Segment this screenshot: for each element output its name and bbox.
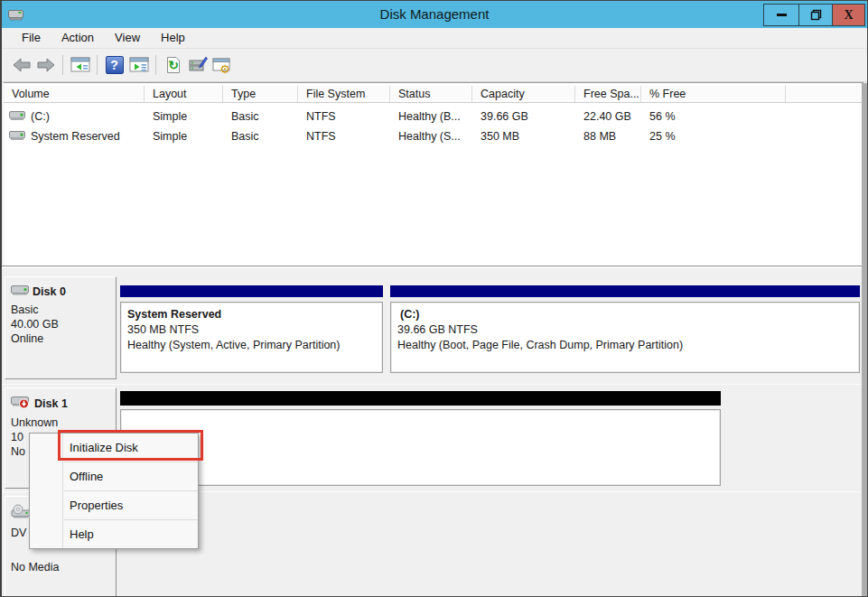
cell-filesystem: NTFS (298, 130, 390, 143)
menu-item-help[interactable]: Help (30, 520, 198, 548)
menu-bar: File Action View Help (2, 28, 867, 49)
manage-computer-button[interactable]: ⚙ (210, 53, 234, 77)
toolbar-separator (62, 55, 63, 75)
window-title: Disk Management (2, 1, 867, 28)
column-header-type[interactable]: Type (223, 86, 298, 102)
disk-management-window: Disk Management X File Action View Help (0, 0, 868, 597)
volume-list: Volume Layout Type File System Status Ca… (4, 82, 863, 266)
cdrom-media-status: No Media (11, 560, 116, 574)
disk-type: Basic (11, 303, 116, 317)
cell-status: Healthy (S... (390, 130, 472, 143)
menu-action[interactable]: Action (53, 29, 102, 47)
column-header-filesystem[interactable]: File System (298, 86, 390, 102)
column-header-layout[interactable]: Layout (145, 86, 223, 102)
cell-capacity: 350 MB (472, 130, 575, 143)
menu-item-properties[interactable]: Properties (30, 491, 198, 519)
disk-properties-icon (188, 56, 208, 74)
context-menu-gutter (62, 434, 63, 548)
help-button[interactable]: ? (102, 53, 126, 77)
restore-icon (810, 9, 822, 21)
drive-icon (9, 130, 25, 144)
restore-button[interactable] (798, 4, 833, 26)
volume-name: (C:) (31, 110, 50, 123)
column-header-volume[interactable]: Volume (4, 86, 145, 102)
column-header-freespace[interactable]: Free Spa... (575, 86, 641, 102)
column-header-blank[interactable] (786, 86, 863, 102)
menu-help[interactable]: Help (153, 29, 193, 47)
manage-computer-icon: ⚙ (212, 56, 232, 74)
cell-type: Basic (223, 110, 298, 123)
console-tree-button[interactable] (68, 53, 92, 77)
cell-capacity: 39.66 GB (472, 110, 575, 123)
toolbar-separator (97, 55, 98, 75)
menu-item-offline[interactable]: Offline (30, 462, 198, 490)
minimize-icon (777, 14, 787, 16)
disk-status: Online (11, 331, 116, 346)
column-header-capacity[interactable]: Capacity (472, 86, 575, 102)
disk0-header-cell[interactable]: Disk 0 Basic 40.00 GB Online (5, 276, 117, 379)
cell-freespace: 88 MB (575, 130, 641, 143)
unallocated-region[interactable] (120, 409, 721, 486)
table-row[interactable]: (C:) Simple Basic NTFS Healthy (B... 39.… (4, 107, 863, 126)
column-header-status[interactable]: Status (390, 86, 472, 102)
disk-type: Unknown (11, 415, 116, 430)
minimize-button[interactable] (763, 4, 799, 26)
disk-name: Disk 0 (33, 285, 66, 298)
partition-bar-c (390, 285, 860, 297)
cell-layout: Simple (145, 130, 223, 143)
close-button[interactable]: X (832, 4, 865, 26)
partition-health: Healthy (System, Active, Primary Partiti… (127, 338, 382, 353)
cell-percentfree: 25 % (641, 130, 786, 143)
partition-c[interactable]: (C:) 39.66 GB NTFS Healthy (Boot, Page F… (390, 302, 860, 373)
cell-freespace: 22.40 GB (575, 110, 641, 123)
back-button[interactable] (9, 53, 33, 77)
partition-title: System Reserved (127, 307, 382, 322)
console-window-icon (70, 57, 90, 73)
partition-size: 350 MB NTFS (127, 322, 382, 338)
menu-view[interactable]: View (107, 29, 148, 47)
partition-bar-system-reserved (120, 285, 383, 297)
row-divider (2, 384, 862, 385)
show-console-button[interactable] (126, 53, 151, 77)
svg-text:↻: ↻ (168, 58, 179, 72)
volume-name: System Reserved (31, 130, 120, 143)
disk-name: Disk 1 (34, 397, 68, 410)
help-icon: ? (106, 56, 124, 74)
svg-text:⚙: ⚙ (219, 62, 230, 75)
forward-icon (35, 56, 57, 74)
close-icon: X (844, 8, 853, 23)
volume-list-header: Volume Layout Type File System Status Ca… (4, 86, 863, 103)
forward-button[interactable] (33, 53, 58, 77)
disk-icon (11, 396, 31, 412)
partition-size: 39.66 GB NTFS (397, 322, 859, 338)
cell-filesystem: NTFS (298, 110, 390, 123)
disk-icon (11, 285, 29, 299)
cell-percentfree: 56 % (641, 110, 786, 123)
toolbar-separator (155, 55, 156, 75)
menu-file[interactable]: File (14, 29, 49, 47)
toolbar: ? ↻ (2, 49, 867, 82)
cell-layout: Simple (145, 110, 223, 123)
cell-status: Healthy (B... (390, 110, 472, 123)
partition-health: Healthy (Boot, Page File, Crash Dump, Pr… (397, 338, 859, 353)
refresh-icon: ↻ (164, 56, 182, 74)
refresh-button[interactable]: ↻ (161, 53, 185, 77)
table-row[interactable]: System Reserved Simple Basic NTFS Health… (4, 126, 863, 146)
show-console-icon (129, 57, 149, 73)
disk-properties-button[interactable] (185, 53, 210, 77)
menu-item-initialize-disk[interactable]: Initialize Disk (30, 434, 198, 462)
drive-icon (9, 110, 25, 124)
back-icon (11, 56, 33, 74)
window-controls: X (764, 4, 865, 26)
scrollbar-strip (862, 83, 867, 596)
column-header-percentfree[interactable]: % Free (641, 86, 786, 102)
cell-type: Basic (223, 130, 298, 143)
disk-size: 40.00 GB (11, 317, 116, 331)
partition-system-reserved[interactable]: System Reserved 350 MB NTFS Healthy (Sys… (120, 302, 383, 373)
unallocated-bar (120, 391, 721, 406)
context-menu: Initialize Disk Offline Properties Help (29, 433, 199, 549)
title-bar[interactable]: Disk Management X (2, 1, 867, 28)
partition-title: (C:) (397, 307, 859, 322)
